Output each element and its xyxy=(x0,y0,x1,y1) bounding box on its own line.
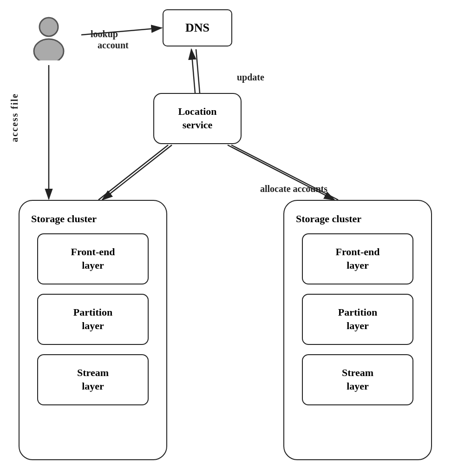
label-lookup: lookup xyxy=(91,29,118,40)
location-label: Locationservice xyxy=(178,105,216,132)
dns-box: DNS xyxy=(163,9,232,46)
location-service-box: Locationservice xyxy=(153,93,242,144)
storage-cluster-left-title: Storage cluster xyxy=(29,213,157,225)
svg-point-13 xyxy=(34,39,64,60)
label-access: access file xyxy=(9,93,20,142)
svg-point-12 xyxy=(39,18,58,36)
label-account: account xyxy=(98,40,129,51)
label-allocate: allocate accounts xyxy=(260,184,327,194)
partition-layer-left: Partitionlayer xyxy=(37,294,149,345)
svg-line-9 xyxy=(98,145,168,200)
storage-cluster-right: Storage cluster Front-endlayer Partition… xyxy=(283,200,432,460)
storage-cluster-left: Storage cluster Front-endlayer Partition… xyxy=(19,200,167,460)
svg-line-6 xyxy=(196,49,200,93)
dns-label: DNS xyxy=(185,21,209,35)
svg-line-5 xyxy=(191,49,195,93)
label-update: update xyxy=(237,72,264,83)
diagram: lookup account update access file alloca… xyxy=(0,0,458,476)
frontend-layer-left: Front-endlayer xyxy=(37,233,149,284)
stream-layer-left: Streamlayer xyxy=(37,354,149,405)
stream-layer-right: Streamlayer xyxy=(302,354,413,405)
frontend-layer-right: Front-endlayer xyxy=(302,233,413,284)
partition-layer-right: Partitionlayer xyxy=(302,294,413,345)
user-icon xyxy=(28,14,70,60)
svg-line-8 xyxy=(102,145,172,200)
storage-cluster-right-title: Storage cluster xyxy=(294,213,422,225)
